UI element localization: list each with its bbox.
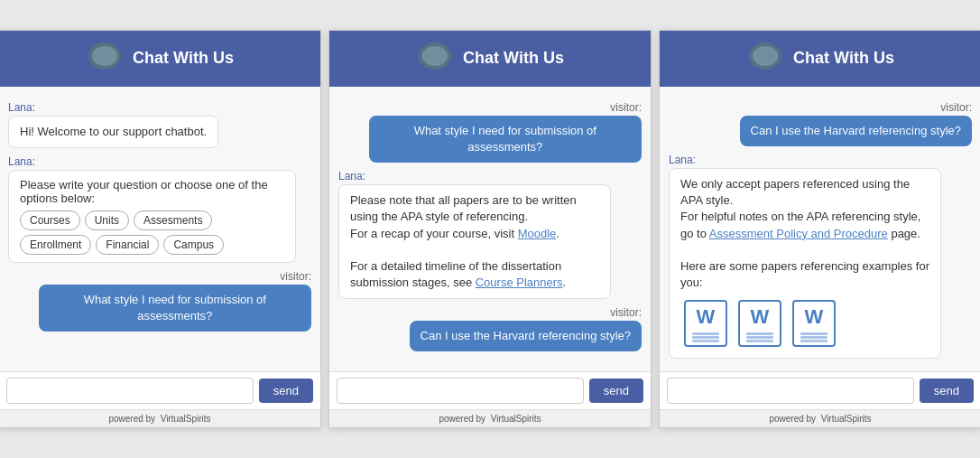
assessment-policy-link[interactable]: Assessment Policy and Procedure xyxy=(709,227,888,240)
doc-line-2b xyxy=(746,336,773,339)
bubble-welcome: Hi! Welcome to our support chatbot. xyxy=(8,116,218,148)
doc-lines-1 xyxy=(692,332,719,343)
doc-line-1b xyxy=(692,336,719,339)
sender-lana-4: Lana: xyxy=(669,154,972,166)
option-buttons: Courses Units Assesments Enrollment Fina… xyxy=(20,210,284,255)
w-letter-3: W xyxy=(805,304,824,332)
w-letter-1: W xyxy=(697,304,716,332)
chat-header-3: Chat With Us xyxy=(660,31,980,87)
chat-messages-1: Lana: Hi! Welcome to our support chatbot… xyxy=(0,87,320,372)
bubble-row-visitor-2: What style I need for submission of asse… xyxy=(338,116,642,163)
chat-messages-2: visitor: What style I need for submissio… xyxy=(329,87,651,372)
sender-visitor-4: visitor: xyxy=(669,101,972,114)
chat-widgets-container: Chat With Us Lana: Hi! Welcome to our su… xyxy=(0,30,980,429)
option-courses[interactable]: Courses xyxy=(20,210,80,230)
chat-widget-3: Chat With Us visitor: Can I use the Harv… xyxy=(659,30,980,429)
moodle-link[interactable]: Moodle xyxy=(518,227,557,240)
doc-line-2a xyxy=(746,332,773,335)
powered-by-2: powered by VirtualSpirits xyxy=(329,409,651,427)
bubble-row-lana-3: We only accept papers referenced using t… xyxy=(669,168,972,359)
doc-line-3c xyxy=(800,340,827,342)
chat-title-1: Chat With Us xyxy=(133,49,234,68)
chat-icon-3 xyxy=(746,40,784,78)
sender-lana-1: Lana: xyxy=(8,101,311,114)
sender-lana-2: Lana: xyxy=(8,155,311,168)
bubble-row-visitor-1: What style I need for submission of asse… xyxy=(8,285,311,332)
bubble-row-visitor-4: Can I use the Harvard referencing style? xyxy=(669,116,972,146)
sender-lana-3: Lana: xyxy=(338,170,642,182)
option-campus[interactable]: Campus xyxy=(163,235,224,255)
send-button-2[interactable]: send xyxy=(589,379,643,403)
doc-icon-2: W xyxy=(738,300,781,347)
doc-line-2c xyxy=(746,340,773,342)
chat-input-area-2: send xyxy=(329,371,651,409)
powered-prefix-2: powered by xyxy=(439,414,485,424)
bubble-visitor-1: What style I need for submission of asse… xyxy=(39,285,311,332)
powered-by-1: powered by VirtualSpirits xyxy=(0,409,320,427)
chat-input-3[interactable] xyxy=(667,378,914,404)
send-button-1[interactable]: send xyxy=(259,379,313,403)
bubble-row-visitor-3: Can I use the Harvard referencing style? xyxy=(338,321,642,351)
w-letter-2: W xyxy=(751,304,770,332)
doc-lines-2 xyxy=(746,332,773,343)
chat-widget-1: Chat With Us Lana: Hi! Welcome to our su… xyxy=(0,30,321,429)
chat-icon-1 xyxy=(86,40,124,78)
chat-input-area-3: send xyxy=(660,371,980,409)
sender-visitor-2: visitor: xyxy=(338,101,642,114)
chat-title-3: Chat With Us xyxy=(793,49,894,68)
chat-input-1[interactable] xyxy=(6,378,254,404)
chat-input-area-1: send xyxy=(0,371,320,409)
option-assesments[interactable]: Assesments xyxy=(134,210,212,230)
powered-brand-2: VirtualSpirits xyxy=(491,414,541,424)
powered-by-3: powered by VirtualSpirits xyxy=(660,409,980,427)
powered-prefix-1: powered by xyxy=(108,414,155,424)
svg-point-5 xyxy=(422,46,448,66)
doc-icon-3: W xyxy=(792,300,836,347)
bubble-lana-harvard: We only accept papers referenced using t… xyxy=(669,168,941,359)
options-prompt: Please write your question or choose one… xyxy=(20,178,284,205)
bubble-visitor-2: What style I need for submission of asse… xyxy=(369,116,642,163)
powered-prefix-3: powered by xyxy=(769,414,816,424)
course-planners-link[interactable]: Course Planners xyxy=(476,276,563,289)
bubble-row-1: Hi! Welcome to our support chatbot. xyxy=(8,116,311,148)
bubble-visitor-4: Can I use the Harvard referencing style? xyxy=(740,116,972,146)
send-button-3[interactable]: send xyxy=(920,379,974,403)
doc-icon-1: W xyxy=(684,300,727,347)
options-bubble: Please write your question or choose one… xyxy=(8,170,296,263)
chat-header-1: Chat With Us xyxy=(0,31,320,87)
chat-title-2: Chat With Us xyxy=(463,49,564,68)
option-financial[interactable]: Financial xyxy=(96,235,159,255)
sender-visitor-3: visitor: xyxy=(338,306,642,319)
chat-header-2: Chat With Us xyxy=(329,31,651,87)
bubble-visitor-3: Can I use the Harvard referencing style? xyxy=(410,321,642,351)
doc-icons-row: W W xyxy=(680,296,929,351)
bubble-lana-apa: Please note that all papers are to be wr… xyxy=(338,184,611,299)
doc-line-1c xyxy=(692,340,719,342)
doc-line-3a xyxy=(800,332,827,335)
svg-point-2 xyxy=(92,46,117,66)
sender-visitor-1: visitor: xyxy=(8,270,311,283)
chat-icon-2 xyxy=(416,40,454,78)
svg-point-8 xyxy=(753,46,778,66)
bubble-row-lana-2: Please note that all papers are to be wr… xyxy=(338,184,642,299)
doc-line-1a xyxy=(692,332,719,335)
option-enrollment[interactable]: Enrollment xyxy=(20,235,91,255)
chat-input-2[interactable] xyxy=(337,378,584,404)
chat-messages-3: visitor: Can I use the Harvard referenci… xyxy=(660,87,980,372)
doc-lines-3 xyxy=(800,332,827,343)
chat-widget-2: Chat With Us visitor: What style I need … xyxy=(328,30,652,429)
powered-brand-3: VirtualSpirits xyxy=(821,414,872,424)
bubble-row-options: Please write your question or choose one… xyxy=(8,170,311,263)
doc-line-3b xyxy=(800,336,827,339)
powered-brand-1: VirtualSpirits xyxy=(161,414,211,424)
option-units[interactable]: Units xyxy=(85,210,129,230)
